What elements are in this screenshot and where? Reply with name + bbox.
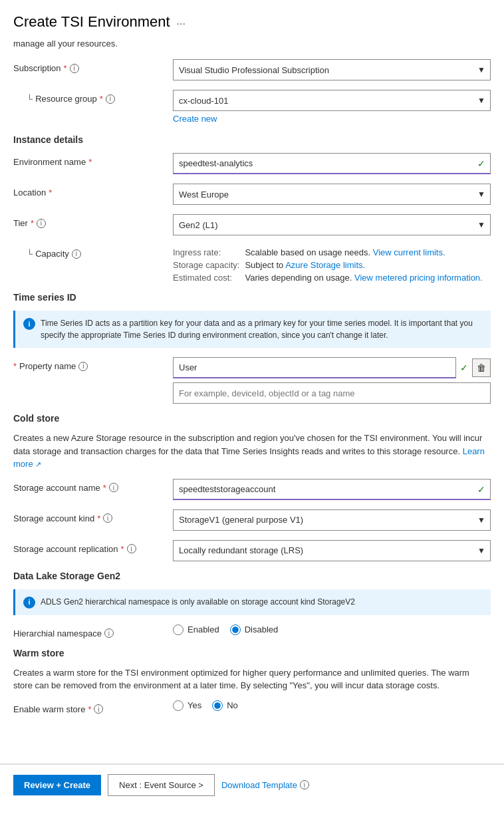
estimated-cost-key: Estimated cost: (173, 273, 239, 283)
property-name-required: * (13, 361, 17, 371)
subscription-select[interactable]: Visual Studio Professional Subscription (173, 59, 491, 80)
time-series-id-title: Time series ID (13, 292, 491, 303)
property-name-check-icon: ✓ (460, 362, 468, 373)
capacity-label: └ Capacity i (13, 245, 173, 259)
storage-account-replication-required: * (121, 544, 124, 554)
bottom-bar: Review + Create Next : Event Source > Do… (0, 764, 504, 805)
storage-account-replication-label: Storage account replication * i (13, 540, 173, 554)
property-name-placeholder-input[interactable] (173, 382, 491, 404)
hierarchical-namespace-enabled-radio[interactable] (173, 624, 184, 635)
ingress-rate-value: Scalable based on usage needs. View curr… (245, 247, 491, 257)
tier-info-icon[interactable]: i (37, 219, 46, 228)
storage-account-replication-select[interactable]: Locally redundant storage (LRS) (173, 540, 491, 561)
storage-account-kind-label: Storage account kind * i (13, 509, 173, 523)
capacity-info: Ingress rate: Scalable based on usage ne… (173, 245, 491, 283)
resource-group-info-icon[interactable]: i (106, 94, 115, 104)
environment-name-control: ✓ (173, 153, 491, 174)
warm-store-yes-radio[interactable] (173, 700, 184, 711)
location-control: West Europe ▼ (173, 184, 491, 205)
capacity-info-icon[interactable]: i (72, 249, 81, 259)
subscription-info-icon[interactable]: i (70, 64, 79, 73)
instance-details-title: Instance details (13, 134, 491, 145)
resource-group-required: * (100, 94, 103, 104)
download-template-info-icon[interactable]: i (300, 780, 309, 789)
review-create-button[interactable]: Review + Create (13, 775, 101, 795)
warm-store-no-option[interactable]: No (212, 700, 238, 711)
storage-account-name-check-icon: ✓ (477, 484, 485, 495)
ingress-rate-key: Ingress rate: (173, 247, 239, 257)
storage-account-name-control: ✓ (173, 479, 491, 500)
storage-capacity-key: Storage capacity: (173, 260, 239, 270)
location-required: * (49, 188, 52, 198)
hierarchical-namespace-disabled-option[interactable]: Disabled (230, 624, 279, 635)
storage-account-kind-control: StorageV1 (general purpose V1) ▼ (173, 509, 491, 531)
storage-account-kind-select[interactable]: StorageV1 (general purpose V1) (173, 509, 491, 531)
estimated-cost-value: Varies depending on usage. View metered … (245, 273, 491, 283)
enable-warm-store-required: * (88, 704, 91, 714)
enable-warm-store-info-icon[interactable]: i (94, 704, 103, 714)
enable-warm-store-control: Yes No (173, 700, 491, 711)
subscription-required: * (64, 63, 67, 73)
storage-account-name-input[interactable] (173, 479, 491, 500)
hierarchical-namespace-disabled-radio[interactable] (230, 624, 241, 635)
time-series-info-icon: i (23, 318, 35, 330)
hierarchical-namespace-info-icon[interactable]: i (104, 628, 114, 638)
storage-account-replication-control: Locally redundant storage (LRS) ▼ (173, 540, 491, 561)
tier-select[interactable]: Gen2 (L1) (173, 214, 491, 235)
location-label: Location * (13, 184, 173, 198)
property-name-label: * Property name i (13, 357, 173, 371)
next-event-source-button[interactable]: Next : Event Source > (108, 774, 215, 796)
page-subtitle: manage all your resources. (13, 39, 491, 49)
azure-storage-link[interactable]: Azure Storage limits. (285, 260, 365, 270)
storage-account-name-label: Storage account name * i (13, 479, 173, 493)
storage-account-replication-info-icon[interactable]: i (127, 544, 136, 553)
storage-account-name-required: * (103, 483, 106, 493)
warm-store-title: Warm store (13, 648, 491, 658)
hierarchical-namespace-enabled-label: Enabled (188, 624, 219, 634)
environment-name-required: * (88, 157, 92, 167)
environment-name-input[interactable] (173, 153, 491, 174)
warm-store-no-label: No (227, 700, 238, 710)
resource-group-label: └ Resource group * i (13, 90, 173, 104)
subscription-control: Visual Studio Professional Subscription … (173, 59, 491, 80)
hierarchical-namespace-control: Enabled Disabled (173, 624, 491, 635)
page-title: Create TSI Environment (13, 13, 170, 31)
data-lake-info-icon: i (23, 597, 35, 609)
hierarchical-namespace-enabled-option[interactable]: Enabled (173, 624, 219, 635)
property-name-input[interactable] (173, 357, 456, 378)
time-series-info-text: Time Series ID acts as a partition key f… (41, 317, 483, 341)
resource-group-select[interactable]: cx-cloud-101 (173, 90, 491, 111)
property-name-info-icon[interactable]: i (78, 362, 88, 371)
warm-store-yes-label: Yes (188, 700, 201, 710)
create-new-link[interactable]: Create new (173, 114, 217, 124)
storage-account-kind-info-icon[interactable]: i (103, 513, 112, 523)
hierarchical-namespace-disabled-label: Disabled (245, 624, 279, 634)
warm-store-yes-option[interactable]: Yes (173, 700, 201, 711)
property-name-inputs: ✓ 🗑 (173, 357, 491, 404)
warm-store-no-radio[interactable] (212, 700, 223, 711)
cold-store-title: Cold store (13, 413, 491, 424)
warm-store-description: Creates a warm store for the TSI environ… (13, 666, 491, 692)
resource-group-control: cx-cloud-101 ▼ Create new (173, 90, 491, 124)
environment-name-label: Environment name * (13, 153, 173, 167)
data-lake-info-text: ADLS Gen2 hierarchical namespace is only… (41, 596, 355, 608)
data-lake-title: Data Lake Storage Gen2 (13, 571, 491, 581)
data-lake-info-box: i ADLS Gen2 hierarchical namespace is on… (13, 589, 491, 615)
download-template-button[interactable]: Download Template i (221, 775, 309, 795)
tier-required: * (31, 218, 34, 228)
location-select[interactable]: West Europe (173, 184, 491, 205)
storage-account-name-info-icon[interactable]: i (109, 483, 118, 492)
tier-control: Gen2 (L1) ▼ (173, 214, 491, 235)
property-name-delete-button[interactable]: 🗑 (472, 358, 491, 377)
view-limits-link[interactable]: View current limits. (373, 247, 445, 257)
environment-name-check-icon: ✓ (477, 158, 485, 169)
storage-capacity-value: Subject to Azure Storage limits. (245, 260, 491, 270)
subscription-label: Subscription * i (13, 59, 173, 73)
ellipsis-menu[interactable]: ··· (177, 18, 186, 30)
time-series-info-box: i Time Series ID acts as a partition key… (13, 311, 491, 348)
hierarchical-namespace-label: Hierarchial namespace i (13, 624, 173, 638)
enable-warm-store-label: Enable warm store * i (13, 700, 173, 714)
metered-pricing-link[interactable]: View metered pricing information. (354, 273, 483, 283)
storage-account-kind-required: * (97, 513, 100, 523)
download-template-label: Download Template (221, 780, 297, 790)
